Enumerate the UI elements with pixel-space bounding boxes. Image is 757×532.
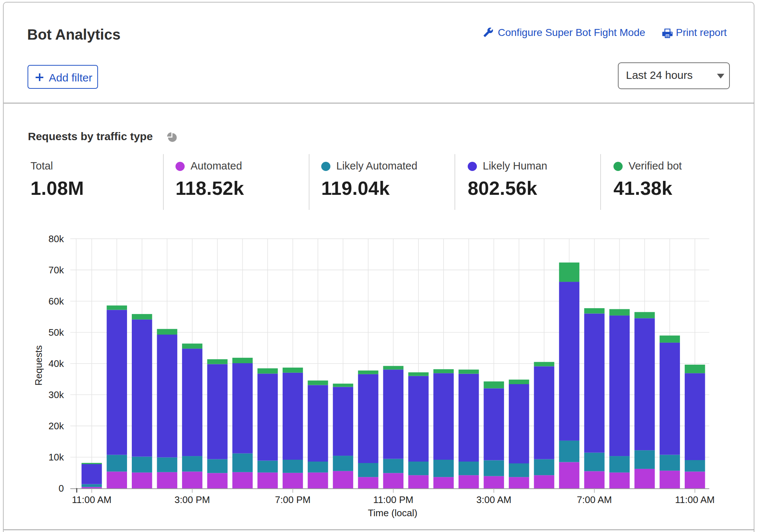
svg-text:40k: 40k bbox=[48, 358, 64, 369]
svg-text:0: 0 bbox=[59, 483, 64, 494]
svg-text:7:00 AM: 7:00 AM bbox=[577, 494, 612, 505]
svg-text:Requests: Requests bbox=[33, 345, 44, 386]
svg-text:11:00 AM: 11:00 AM bbox=[72, 494, 112, 505]
svg-text:80k: 80k bbox=[48, 233, 64, 244]
svg-text:10k: 10k bbox=[48, 452, 64, 463]
svg-text:50k: 50k bbox=[48, 327, 64, 338]
svg-text:60k: 60k bbox=[48, 296, 64, 307]
svg-text:11:00 AM: 11:00 AM bbox=[675, 494, 715, 505]
svg-text:20k: 20k bbox=[48, 420, 64, 431]
svg-text:11:00 PM: 11:00 PM bbox=[373, 494, 413, 505]
svg-text:Time (local): Time (local) bbox=[368, 507, 417, 518]
svg-text:7:00 PM: 7:00 PM bbox=[275, 494, 311, 505]
svg-text:30k: 30k bbox=[48, 389, 64, 400]
svg-text:3:00 PM: 3:00 PM bbox=[174, 494, 210, 505]
svg-text:70k: 70k bbox=[48, 265, 64, 276]
svg-text:3:00 AM: 3:00 AM bbox=[476, 494, 511, 505]
